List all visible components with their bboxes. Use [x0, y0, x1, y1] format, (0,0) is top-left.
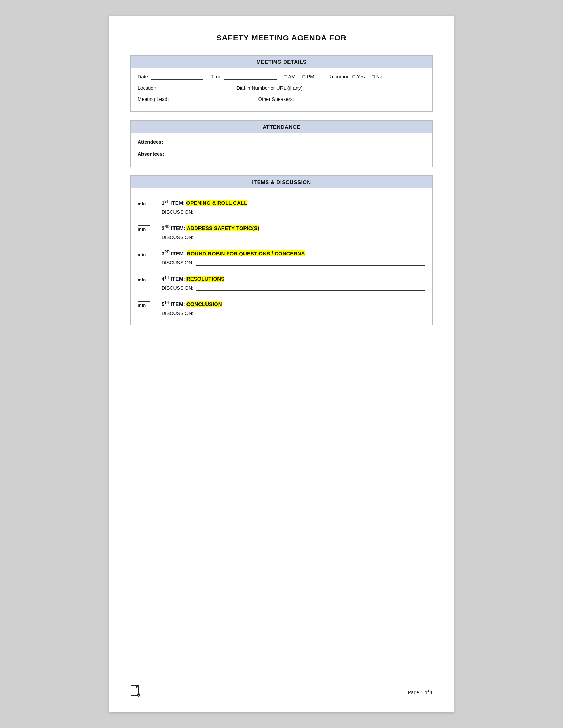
meeting-lead-field[interactable]	[170, 96, 230, 102]
item4-content: 4TH ITEM: RESOLUTIONS DISCUSSION:	[162, 275, 425, 291]
agenda-item-3: min 3RD ITEM: ROUND-ROBIN FOR QUESTIONS …	[138, 250, 425, 266]
item4-ordinal: TH	[164, 275, 169, 279]
meeting-details-content: Date: Time: □ AM □ PM Recurring: □ Yes □…	[131, 68, 432, 111]
item5-discussion-line[interactable]	[196, 310, 425, 316]
absentees-row: Absentees:	[138, 151, 425, 157]
date-field[interactable]	[151, 74, 203, 80]
item4-min-line[interactable]	[138, 276, 150, 276]
item5-content: 5TH ITEM: CONCLUSION DISCUSSION:	[162, 301, 425, 316]
absentees-field[interactable]	[166, 151, 425, 157]
item5-prefix: ITEM:	[171, 301, 186, 307]
dialin-field[interactable]	[305, 85, 365, 91]
lead-speakers-row: Meeting Lead: Other Speakers:	[138, 96, 425, 102]
item1-highlighted: OPENING & ROLL CALL	[186, 200, 247, 206]
item3-highlighted: ROUND-ROBIN FOR QUESTIONS / CONCERNS	[187, 250, 305, 256]
agenda-item-4: min 4TH ITEM: RESOLUTIONS DISCUSSION:	[138, 275, 425, 291]
meeting-details-header: MEETING DETAILS	[131, 56, 432, 68]
other-speakers-field[interactable]	[296, 96, 355, 102]
agenda-item-2: min 2ND ITEM: ADDRESS SAFETY TOPIC(S) DI…	[138, 225, 425, 240]
item3-ordinal: RD	[164, 250, 169, 254]
item5-min-label: min	[138, 302, 146, 308]
meeting-details-section: MEETING DETAILS Date: Time: □ AM □ PM Re…	[130, 55, 433, 112]
page-footer: e Page 1 of 1	[130, 685, 433, 700]
item3-min-col: min	[138, 250, 162, 257]
svg-text:e: e	[138, 694, 139, 697]
item2-min-line[interactable]	[138, 225, 150, 226]
item1-min-col: min	[138, 199, 162, 206]
document-icon: e	[130, 685, 141, 697]
recurring-label: Recurring:	[328, 74, 351, 79]
item3-min-label: min	[138, 252, 146, 257]
item5-min-col: min	[138, 301, 162, 308]
item1-content: 1ST ITEM: OPENING & ROLL CALL DISCUSSION…	[162, 199, 425, 215]
footer-page-text: Page 1 of 1	[407, 690, 433, 695]
item1-discussion-row: DISCUSSION:	[162, 209, 425, 215]
item4-discussion-row: DISCUSSION:	[162, 285, 425, 291]
am-checkbox[interactable]: □ AM	[284, 74, 296, 79]
item4-highlighted: RESOLUTIONS	[186, 276, 224, 282]
item3-discussion-line[interactable]	[196, 259, 425, 266]
item2-highlighted: ADDRESS SAFETY TOPIC(S)	[186, 225, 259, 231]
other-speakers-label: Other Speakers:	[258, 96, 294, 102]
agenda-item-1: min 1ST ITEM: OPENING & ROLL CALL DISCUS…	[138, 199, 425, 215]
item1-discussion-label: DISCUSSION:	[162, 209, 194, 215]
footer-icon: e	[130, 685, 141, 700]
attendees-field[interactable]	[165, 139, 425, 145]
item5-highlighted: CONCLUSION	[186, 301, 222, 307]
attendance-header: ATTENDANCE	[131, 121, 432, 133]
attendance-content: Attendees: Absentees:	[131, 133, 432, 167]
item2-min-label: min	[138, 226, 146, 232]
item2-ordinal: ND	[164, 225, 169, 229]
meeting-lead-label: Meeting Lead:	[138, 96, 169, 102]
item2-content: 2ND ITEM: ADDRESS SAFETY TOPIC(S) DISCUS…	[162, 225, 425, 240]
item4-min-label: min	[138, 277, 146, 282]
item5-discussion-row: DISCUSSION:	[162, 310, 425, 316]
items-content: min 1ST ITEM: OPENING & ROLL CALL DISCUS…	[131, 188, 432, 325]
item3-discussion-row: DISCUSSION:	[162, 259, 425, 266]
item2-title: 2ND ITEM: ADDRESS SAFETY TOPIC(S)	[162, 225, 425, 231]
item4-discussion-line[interactable]	[196, 285, 425, 291]
attendance-section: ATTENDANCE Attendees: Absentees:	[130, 120, 433, 167]
item4-prefix: ITEM:	[171, 276, 186, 282]
date-time-row: Date: Time: □ AM □ PM Recurring: □ Yes □…	[138, 74, 425, 80]
item5-min-line[interactable]	[138, 301, 150, 302]
item1-min-line[interactable]	[138, 200, 150, 200]
recurring-yes[interactable]: □ Yes	[352, 74, 365, 79]
item1-discussion-line[interactable]	[196, 209, 425, 215]
date-label: Date:	[138, 74, 149, 79]
page-title: SAFETY MEETING AGENDA FOR	[130, 33, 433, 43]
time-label: Time:	[210, 74, 222, 79]
item2-prefix: ITEM:	[171, 225, 186, 231]
location-field[interactable]	[159, 85, 219, 91]
item3-content: 3RD ITEM: ROUND-ROBIN FOR QUESTIONS / CO…	[162, 250, 425, 266]
item1-prefix: ITEM:	[170, 200, 186, 206]
items-header: ITEMS & DISCUSSION	[131, 176, 432, 188]
item1-min-label: min	[138, 201, 146, 206]
item4-title: 4TH ITEM: RESOLUTIONS	[162, 275, 425, 282]
item3-discussion-label: DISCUSSION:	[162, 260, 194, 266]
document-page: SAFETY MEETING AGENDA FOR MEETING DETAIL…	[109, 16, 454, 712]
dialin-label: Dial-in Number or URL (if any):	[236, 85, 304, 91]
item2-number: 2ND	[162, 225, 170, 231]
item4-min-col: min	[138, 275, 162, 282]
item3-title: 3RD ITEM: ROUND-ROBIN FOR QUESTIONS / CO…	[162, 250, 425, 256]
item2-min-col: min	[138, 225, 162, 232]
item3-min-line[interactable]	[138, 251, 150, 251]
item3-number: 3RD	[162, 250, 170, 256]
recurring-no[interactable]: □ No	[372, 74, 382, 79]
item2-discussion-line[interactable]	[196, 234, 425, 240]
item3-prefix: ITEM:	[171, 250, 187, 256]
pm-checkbox[interactable]: □ PM	[303, 74, 314, 79]
item5-number: 5TH	[162, 301, 169, 307]
item2-discussion-row: DISCUSSION:	[162, 234, 425, 240]
title-underline	[208, 45, 355, 45]
item4-discussion-label: DISCUSSION:	[162, 285, 194, 291]
attendees-row: Attendees:	[138, 139, 425, 145]
item2-discussion-label: DISCUSSION:	[162, 235, 194, 240]
item5-title: 5TH ITEM: CONCLUSION	[162, 301, 425, 307]
absentees-label: Absentees:	[138, 151, 164, 157]
agenda-item-5: min 5TH ITEM: CONCLUSION DISCUSSION:	[138, 301, 425, 316]
item5-discussion-label: DISCUSSION:	[162, 311, 194, 316]
time-field[interactable]	[224, 74, 277, 80]
item5-ordinal: TH	[164, 301, 169, 305]
